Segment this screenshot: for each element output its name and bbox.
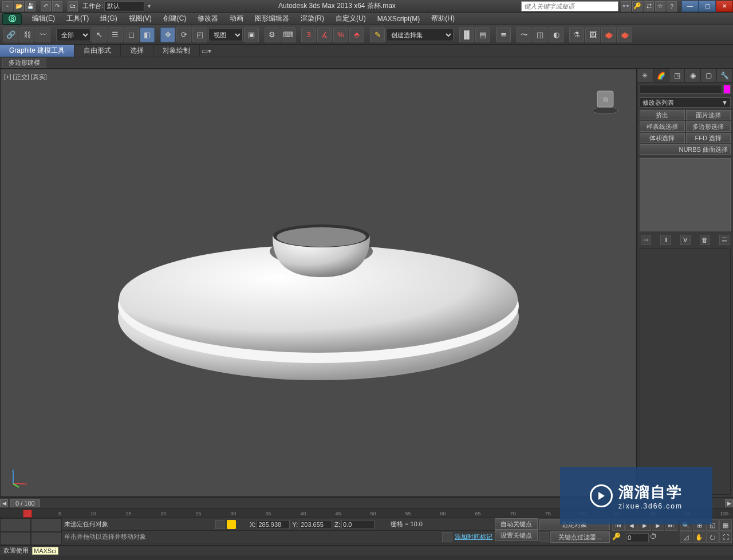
refcoord-dropdown[interactable]: 视图 xyxy=(208,29,243,41)
select-object-icon[interactable]: ↖ xyxy=(92,27,107,42)
spinner-snap-icon[interactable]: ⬘ xyxy=(349,27,364,42)
modify-tab-icon[interactable]: 🌈 xyxy=(653,69,669,82)
angle-snap-icon[interactable]: ∡ xyxy=(317,27,332,42)
render-setup-icon[interactable]: ⚗ xyxy=(569,27,584,42)
menu-create[interactable]: 创建(C) xyxy=(157,14,192,23)
hierarchy-tab-icon[interactable]: ◳ xyxy=(669,69,685,82)
render-teapot-icon[interactable]: 🫖 xyxy=(601,27,616,42)
ribbon-panel-polymodel[interactable]: 多边形建模 xyxy=(2,58,46,68)
key-mode-icon[interactable]: 🔑 xyxy=(612,533,625,543)
menu-tools[interactable]: 工具(T) xyxy=(61,14,94,23)
manipulate-icon[interactable]: ⚙ xyxy=(265,27,279,42)
mod-btn-splinesel[interactable]: 样条线选择 xyxy=(640,121,685,132)
bind-spacewarp-icon[interactable]: 〰 xyxy=(36,27,50,42)
menu-group[interactable]: 组(G) xyxy=(94,14,123,23)
orbit-icon[interactable]: ⭮ xyxy=(706,531,719,543)
align-icon[interactable]: ▤ xyxy=(475,27,490,42)
menu-edit[interactable]: 编辑(E) xyxy=(26,14,61,23)
exchange-icon[interactable]: ⇄ xyxy=(644,1,654,11)
schematic-view-icon[interactable]: ◫ xyxy=(533,27,547,42)
object-name-input[interactable] xyxy=(640,85,722,94)
application-menu-button[interactable]: Ⓢ xyxy=(2,13,22,25)
unique-icon[interactable]: ∀ xyxy=(680,235,691,245)
ribbon-tab-freeform[interactable]: 自由形式 xyxy=(74,45,121,57)
macro-recorder-icon[interactable] xyxy=(442,532,452,542)
remove-mod-icon[interactable]: 🗑 xyxy=(700,235,710,245)
z-coord-input[interactable] xyxy=(341,520,375,529)
configure-sets-icon[interactable]: ☰ xyxy=(719,235,730,245)
curve-editor-icon[interactable]: 〜 xyxy=(517,27,531,42)
menu-animation[interactable]: 动画 xyxy=(224,14,249,23)
new-icon[interactable]: ▫ xyxy=(2,1,13,11)
mod-btn-extrude[interactable]: 挤出 xyxy=(640,110,685,120)
window-crossing-icon[interactable]: ◧ xyxy=(140,27,155,42)
timeline-scroll-left[interactable]: ◀ xyxy=(0,499,8,507)
timeline-scroll-right[interactable]: ▶ xyxy=(725,499,733,507)
workspace-dropdown[interactable]: 默认 xyxy=(104,1,144,11)
mirror-icon[interactable]: ▐▌ xyxy=(459,27,474,42)
isolate-icon[interactable] xyxy=(215,520,224,529)
mod-btn-polysel[interactable]: 多边形选择 xyxy=(686,121,731,132)
selection-lock-icon[interactable] xyxy=(227,520,236,529)
menu-grapheditors[interactable]: 图形编辑器 xyxy=(249,14,295,23)
binoculars-icon[interactable]: 👓 xyxy=(621,1,631,11)
undo-icon[interactable]: ↶ xyxy=(41,1,51,11)
key-filters-button[interactable]: 关键点过滤器... xyxy=(550,531,610,543)
x-coord-input[interactable] xyxy=(257,520,290,529)
maximize-button[interactable]: ▢ xyxy=(699,1,716,12)
star-icon[interactable]: ☆ xyxy=(655,1,665,11)
maximize-viewport-icon[interactable]: ⛶ xyxy=(719,531,732,543)
setkey-button[interactable]: 设置关键点 xyxy=(495,530,538,541)
pan-icon[interactable]: ✋ xyxy=(693,531,706,543)
redo-icon[interactable]: ↷ xyxy=(52,1,62,11)
pin-stack-icon[interactable]: ⊣ xyxy=(641,235,651,245)
layers-icon[interactable]: ≣ xyxy=(496,27,511,42)
scale-icon[interactable]: ◰ xyxy=(192,27,207,42)
named-sel-edit-icon[interactable]: ✎ xyxy=(370,27,385,42)
save-icon[interactable]: 💾 xyxy=(25,1,36,11)
snap-toggle-icon[interactable]: 3 xyxy=(301,27,316,42)
modifier-list-dropdown[interactable]: 修改器列表▼ xyxy=(640,97,731,108)
current-frame-input[interactable] xyxy=(626,533,649,542)
menu-maxscript[interactable]: MAXScript(M) xyxy=(372,15,426,23)
viewport[interactable]: [+] [正交] [真实] 前 zx xyxy=(0,69,637,497)
named-selection-dropdown[interactable]: 创建选择集 xyxy=(386,29,454,41)
ribbon-tab-objectpaint[interactable]: 对象绘制 xyxy=(153,45,200,57)
setkey-large-icon[interactable] xyxy=(539,532,549,542)
y-coord-input[interactable] xyxy=(299,520,332,529)
modifier-stack[interactable] xyxy=(640,158,731,231)
menu-views[interactable]: 视图(V) xyxy=(123,14,157,23)
help-icon[interactable]: ? xyxy=(667,1,677,11)
add-time-tag[interactable]: 添加时间标记 xyxy=(455,533,492,541)
rendered-frame-icon[interactable]: 🖼 xyxy=(585,27,600,42)
select-region-icon[interactable]: ◻ xyxy=(124,27,139,42)
pivot-center-icon[interactable]: ▣ xyxy=(244,27,259,42)
percent-snap-icon[interactable]: % xyxy=(333,27,348,42)
time-slider[interactable] xyxy=(23,510,32,518)
autokey-button[interactable]: 自动关键点 xyxy=(495,518,538,530)
select-by-name-icon[interactable]: ☰ xyxy=(108,27,123,42)
motion-tab-icon[interactable]: ◉ xyxy=(685,69,701,82)
keyboard-shortcut-icon[interactable]: ⌨ xyxy=(281,27,295,42)
mod-btn-ffdsel[interactable]: FFD 选择 xyxy=(686,133,731,143)
material-editor-icon[interactable]: ◐ xyxy=(549,27,563,42)
menu-help[interactable]: 帮助(H) xyxy=(425,14,460,23)
mod-btn-volsel[interactable]: 体积选择 xyxy=(640,133,685,143)
time-config-icon[interactable]: ⏱ xyxy=(650,533,663,543)
zoom-extents-all-icon[interactable]: ▦ xyxy=(719,519,732,531)
project-icon[interactable]: 🗂 xyxy=(68,1,78,11)
ribbon-tab-selection[interactable]: 选择 xyxy=(121,45,153,57)
rotate-icon[interactable]: ⟳ xyxy=(176,27,191,42)
help-search-input[interactable] xyxy=(521,1,618,11)
mod-btn-nurbs[interactable]: NURBS 曲面选择 xyxy=(640,144,731,155)
open-icon[interactable]: 📂 xyxy=(14,1,24,11)
create-tab-icon[interactable]: ✳ xyxy=(637,69,653,82)
menu-customize[interactable]: 自定义(U) xyxy=(330,14,372,23)
object-color-swatch[interactable] xyxy=(723,85,731,94)
selection-filter-dropdown[interactable]: 全部 xyxy=(56,29,90,41)
move-icon[interactable]: ✥ xyxy=(160,27,175,42)
utilities-tab-icon[interactable]: 🔧 xyxy=(717,69,733,82)
frame-indicator[interactable]: 0 / 100 xyxy=(10,499,40,507)
display-tab-icon[interactable]: ▢ xyxy=(701,69,717,82)
unlink-icon[interactable]: ⛓ xyxy=(19,27,34,42)
